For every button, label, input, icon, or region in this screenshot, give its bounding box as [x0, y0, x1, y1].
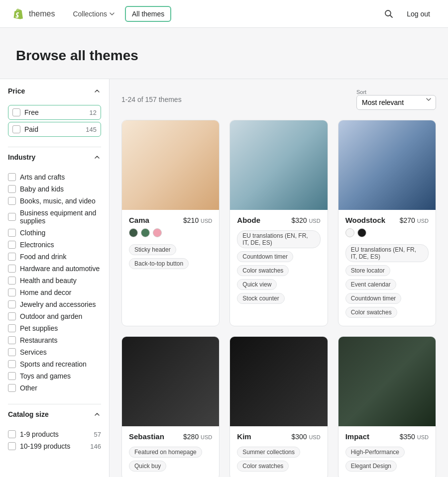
theme-tags: EU translations (EN, FR, IT, DE, ES)Coun… — [230, 230, 327, 304]
industry-checkbox[interactable] — [8, 348, 16, 356]
industry-filter-item[interactable]: Books, music, and video — [8, 195, 101, 207]
price-free-checkbox[interactable] — [12, 108, 20, 116]
industry-filter-item[interactable]: Sports and recreation — [8, 358, 101, 370]
sort-select[interactable]: Most relevant Price: low to high Price: … — [356, 95, 436, 110]
color-swatch[interactable] — [153, 228, 162, 237]
industry-checkbox[interactable] — [8, 213, 16, 221]
industry-checkbox[interactable] — [8, 197, 16, 205]
theme-preview-mock — [122, 120, 219, 210]
theme-name: Woodstock — [345, 216, 386, 224]
industry-checkbox[interactable] — [8, 312, 16, 320]
industry-checkbox[interactable] — [8, 372, 16, 380]
industry-checkbox[interactable] — [8, 265, 16, 273]
theme-price: $270 USD — [400, 216, 429, 224]
theme-card[interactable]: Impact $350 USD High-PerformanceElegant … — [338, 336, 436, 477]
catalog-checkbox[interactable] — [8, 442, 16, 450]
divider-1 — [8, 147, 101, 147]
industry-filter-item[interactable]: Hardware and automotive — [8, 263, 101, 275]
industry-filter-item[interactable]: Arts and crafts — [8, 171, 101, 183]
industry-checkbox[interactable] — [8, 229, 16, 237]
feature-tag: Featured on homepage — [129, 447, 202, 458]
hero-section: Browse all themes — [0, 28, 448, 79]
color-swatch[interactable] — [345, 228, 354, 237]
feature-tag: Color swatches — [237, 461, 289, 472]
industry-checkbox[interactable] — [8, 360, 16, 368]
catalog-size-filter-item[interactable]: 10-199 products 146 — [8, 440, 101, 452]
price-filter-free[interactable]: Free 12 — [8, 105, 101, 120]
theme-name: Cama — [129, 216, 149, 224]
theme-name: Sebastian — [129, 432, 164, 441]
industry-filter-item[interactable]: Electronics — [8, 239, 101, 251]
theme-card-image — [230, 120, 327, 210]
industry-filter-item[interactable]: Business equipment and supplies — [8, 207, 101, 227]
industry-filter-item[interactable]: Other — [8, 382, 101, 394]
theme-card[interactable]: Abode $320 USD EU translations (EN, FR, … — [229, 120, 328, 326]
industry-filter-item[interactable]: Pet supplies — [8, 322, 101, 334]
feature-tag: Store locator — [345, 265, 390, 276]
theme-tags: Sticky headerBack-to-top button — [122, 244, 219, 269]
main-content: 1-24 of 157 themes Sort Most relevant Pr… — [110, 79, 448, 477]
collections-nav-link[interactable]: Collections — [67, 7, 120, 21]
logo-text: themes — [29, 9, 55, 18]
logout-button[interactable]: Log out — [401, 7, 436, 21]
industry-checkbox[interactable] — [8, 300, 16, 308]
industry-filter-item[interactable]: Outdoor and garden — [8, 310, 101, 322]
content-header: 1-24 of 157 themes Sort Most relevant Pr… — [121, 89, 436, 110]
search-icon[interactable] — [381, 6, 397, 22]
industry-checkbox[interactable] — [8, 384, 16, 392]
theme-card-image — [230, 337, 327, 426]
industry-filter-item[interactable]: Toys and games — [8, 370, 101, 382]
price-filter-paid[interactable]: Paid 145 — [8, 122, 101, 137]
feature-tag: Countdown timer — [345, 293, 402, 304]
color-swatch[interactable] — [129, 228, 138, 237]
theme-card[interactable]: Sebastian $280 USD Featured on homepageQ… — [121, 336, 220, 477]
theme-currency: USD — [201, 434, 212, 440]
color-swatches — [129, 228, 212, 237]
feature-tag: Color swatches — [237, 265, 289, 276]
results-count: 1-24 of 157 themes — [121, 95, 182, 103]
industry-checkbox[interactable] — [8, 277, 16, 285]
industry-filter-item[interactable]: Jewelry and accessories — [8, 298, 101, 310]
industry-checkbox[interactable] — [8, 288, 16, 296]
theme-currency: USD — [201, 218, 212, 224]
chevron-up-icon — [93, 87, 101, 95]
price-filter-section: Price Free 12 Paid 145 — [8, 87, 101, 137]
theme-currency: USD — [417, 218, 429, 224]
theme-card[interactable]: Woodstock $270 USD EU translations (EN, … — [338, 120, 436, 326]
catalog-size-filter-item[interactable]: 1-9 products 57 — [8, 428, 101, 440]
industry-filter-item[interactable]: Restaurants — [8, 334, 101, 346]
price-paid-checkbox[interactable] — [12, 125, 20, 133]
theme-tags: EU translations (EN, FR, IT, DE, ES)Stor… — [338, 244, 436, 318]
industry-filter-item[interactable]: Services — [8, 346, 101, 358]
catalog-checkbox[interactable] — [8, 430, 16, 438]
sort-dropdown: Sort Most relevant Price: low to high Pr… — [356, 89, 436, 110]
industry-filter-item[interactable]: Baby and kids — [8, 183, 101, 195]
theme-price: $300 USD — [291, 433, 320, 441]
chevron-up-icon-catalog — [93, 410, 101, 418]
svg-point-0 — [385, 10, 391, 16]
industry-filter-item[interactable]: Health and beauty — [8, 275, 101, 286]
color-swatch[interactable] — [141, 228, 150, 237]
industry-checkbox[interactable] — [8, 253, 16, 261]
industry-checkbox[interactable] — [8, 185, 16, 193]
theme-card[interactable]: Kim $300 USD Summer collectionsColor swa… — [229, 336, 328, 477]
color-swatch[interactable] — [357, 228, 366, 237]
theme-name: Abode — [237, 216, 260, 224]
industry-filter-item[interactable]: Home and decor — [8, 286, 101, 298]
all-themes-nav-link[interactable]: All themes — [125, 6, 171, 22]
industry-filter-options: Arts and crafts Baby and kids Books, mus… — [8, 171, 101, 394]
main-layout: Price Free 12 Paid 145 — [0, 79, 448, 477]
theme-price: $350 USD — [400, 433, 429, 441]
industry-checkbox[interactable] — [8, 336, 16, 344]
theme-currency: USD — [309, 218, 320, 224]
navbar: themes Collections All themes Log out — [0, 0, 448, 28]
industry-filter-item[interactable]: Food and drink — [8, 251, 101, 263]
industry-filter-item[interactable]: Clothing — [8, 227, 101, 239]
industry-checkbox[interactable] — [8, 241, 16, 249]
theme-card-image — [338, 337, 436, 426]
theme-card[interactable]: Cama $210 USD Sticky headerBack-to-top b… — [121, 120, 220, 326]
theme-card-image — [338, 120, 436, 210]
industry-checkbox[interactable] — [8, 173, 16, 181]
theme-tags: Featured on homepageQuick buy — [122, 447, 219, 472]
industry-checkbox[interactable] — [8, 324, 16, 332]
